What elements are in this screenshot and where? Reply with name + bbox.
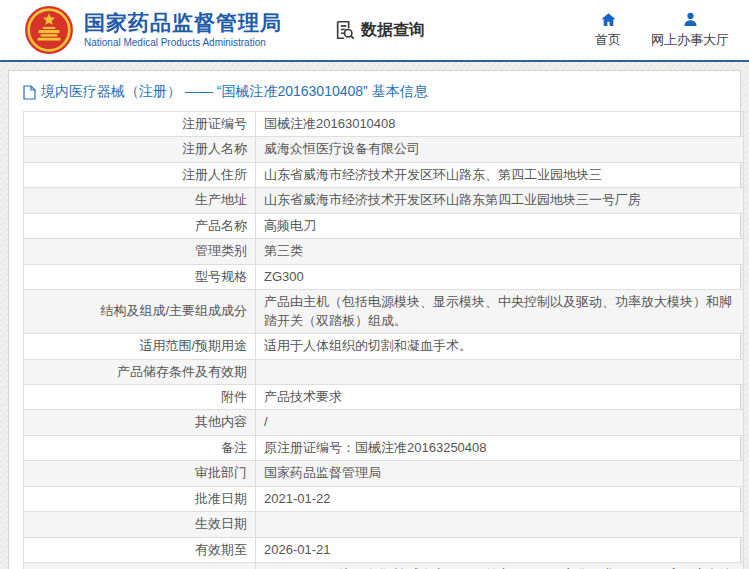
brand-title: 国家药品监督管理局 [84,11,282,35]
data-query-label: 数据查询 [361,20,425,41]
table-row: 管理类别第三类 [24,239,744,264]
row-value [256,359,744,384]
header: 国家药品监督管理局 National Medical Products Admi… [0,0,749,60]
nav-home-label: 首页 [595,31,621,49]
table-row: 有效期至2026-01-21 [24,537,744,562]
table-row: 生效日期 [24,512,744,537]
header-nav: 首页 网上办事大厅 [595,11,735,49]
row-label: 批准日期 [24,486,256,511]
table-row: 产品名称高频电刀 [24,213,744,238]
row-value [256,512,744,537]
row-value: 高频电刀 [256,213,744,238]
row-label: 其他内容 [24,410,256,435]
page-title-text: 境内医疗器械（注册） —— “国械注准20163010408” 基本信息 [41,83,428,101]
row-value: 威海众恒医疗设备有限公司 [256,137,744,162]
row-label: 生产地址 [24,188,256,213]
table-row: 结构及组成/主要组成成分产品由主机（包括电源模块、显示模块、中央控制以及驱动、功… [24,290,744,334]
row-label: 生效日期 [24,512,256,537]
home-icon [600,11,617,28]
row-value: 第三类 [256,239,744,264]
table-row: 注册人名称威海众恒医疗设备有限公司 [24,137,744,162]
table-row: 注册证编号国械注准20163010408 [24,112,744,137]
row-value: 2021-01-22 [256,486,744,511]
registration-info-table: 注册证编号国械注准20163010408注册人名称威海众恒医疗设备有限公司注册人… [23,111,744,569]
row-label: 有效期至 [24,537,256,562]
page-icon [23,85,36,100]
row-value: 2017-03-21 “注册人住所:威海市环翠区羊亭项目二区富华工业园二号厂房；… [256,563,744,569]
table-row: 其他内容/ [24,410,744,435]
row-value: 适用于人体组织的切割和凝血手术。 [256,334,744,359]
content-background: 境内医疗器械（注册） —— “国械注准20163010408” 基本信息 注册证… [0,62,749,569]
table-row: 注册人住所山东省威海市经济技术开发区环山路东、第四工业园地块三 [24,162,744,187]
row-value: ZG300 [256,264,744,289]
row-label: 注册人名称 [24,137,256,162]
row-value: 国家药品监督管理局 [256,461,744,486]
row-value: 产品技术要求 [256,384,744,409]
table-row: 批准日期2021-01-22 [24,486,744,511]
row-label: 产品储存条件及有效期 [24,359,256,384]
content-panel: 境内医疗器械（注册） —— “国械注准20163010408” 基本信息 注册证… [8,70,741,569]
row-value: 产品由主机（包括电源模块、显示模块、中央控制以及驱动、功率放大模块）和脚踏开关（… [256,290,744,334]
table-row: 备注原注册证编号：国械注准20163250408 [24,435,744,460]
row-value: 原注册证编号：国械注准20163250408 [256,435,744,460]
brand-block: 国家药品监督管理局 National Medical Products Admi… [84,11,282,49]
row-label: 附件 [24,384,256,409]
table-row: 变更情况2017-03-21 “注册人住所:威海市环翠区羊亭项目二区富华工业园二… [24,563,744,569]
user-icon [682,11,699,28]
table-row: 型号规格ZG300 [24,264,744,289]
nav-online-hall[interactable]: 网上办事大厅 [651,11,729,49]
row-label: 适用范围/预期用途 [24,334,256,359]
row-value: 2026-01-21 [256,537,744,562]
row-label: 备注 [24,435,256,460]
brand-subtitle: National Medical Products Administration [84,37,282,49]
table-row: 审批部门国家药品监督管理局 [24,461,744,486]
national-emblem-logo [24,5,74,55]
row-label: 型号规格 [24,264,256,289]
nav-home[interactable]: 首页 [595,11,621,49]
row-value: / [256,410,744,435]
row-label: 结构及组成/主要组成成分 [24,290,256,334]
nav-online-hall-label: 网上办事大厅 [651,31,729,49]
document-search-icon [334,19,356,41]
row-value: 山东省威海市经济技术开发区环山路东、第四工业园地块三 [256,162,744,187]
row-label: 管理类别 [24,239,256,264]
row-value: 国械注准20163010408 [256,112,744,137]
table-row: 产品储存条件及有效期 [24,359,744,384]
table-row: 附件产品技术要求 [24,384,744,409]
page-title: 境内医疗器械（注册） —— “国械注准20163010408” 基本信息 [15,81,734,111]
row-label: 产品名称 [24,213,256,238]
row-label: 注册人住所 [24,162,256,187]
row-value: 山东省威海市经济技术开发区环山路东第四工业园地块三一号厂房 [256,188,744,213]
table-row: 生产地址山东省威海市经济技术开发区环山路东第四工业园地块三一号厂房 [24,188,744,213]
row-label: 审批部门 [24,461,256,486]
row-label: 注册证编号 [24,112,256,137]
data-query-button[interactable]: 数据查询 [334,19,425,41]
table-row: 适用范围/预期用途适用于人体组织的切割和凝血手术。 [24,334,744,359]
info-table-body: 注册证编号国械注准20163010408注册人名称威海众恒医疗设备有限公司注册人… [24,112,744,569]
row-label: 变更情况 [24,563,256,569]
